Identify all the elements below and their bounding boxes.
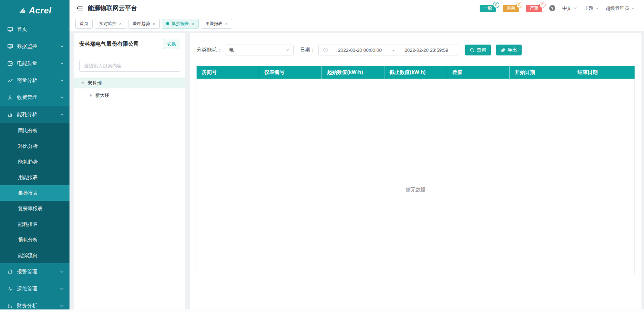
sidebar-item-billing[interactable]: 收费管理 <box>0 89 70 106</box>
column-header-end-value: 截止数值(kW·h) <box>384 66 447 79</box>
demand-trend-icon <box>7 77 13 83</box>
date-range-picker[interactable]: 2022-02-20 00:00:00 ~ 2022-02-20 23:59:5… <box>318 45 459 55</box>
user-menu[interactable]: 超级管理员 <box>606 5 635 12</box>
alarm-badge-general[interactable]: 一般 0 <box>480 5 496 12</box>
device-tree: 安科瑞 新大楼 <box>74 78 185 101</box>
column-header-start-date: 开始日期 <box>510 66 572 79</box>
active-tab-dot-icon <box>166 22 169 25</box>
tab-energy-report[interactable]: 用能报表 × <box>201 19 232 29</box>
top-header: 能源物联网云平台 一般 0 紧急 0 严重 0 ? 中文 主题 超级管理员 <box>70 0 644 16</box>
barchart-icon <box>7 111 13 117</box>
column-header-difference: 差值 <box>447 66 510 79</box>
submenu-item-mom-analysis[interactable]: 环比分析 <box>0 138 70 154</box>
chevron-down-icon <box>60 45 64 47</box>
sidebar-item-label: 运维管理 <box>17 286 60 292</box>
paperclip-icon <box>501 48 505 53</box>
sidebar-item-home[interactable]: 首页 <box>0 21 70 38</box>
sidebar-item-demand-analysis[interactable]: 需量分析 <box>0 72 70 89</box>
energy-type-label: 分类能耗： <box>197 47 222 53</box>
meter-reading-table: 房间号 仪表编号 起始数值(kW·h) 截止数值(kW·h) 差值 开始日期 结… <box>197 66 635 274</box>
submenu-item-energy-trend[interactable]: 能耗趋势 <box>0 154 70 170</box>
theme-selector[interactable]: 主题 <box>584 5 599 12</box>
tree-search-input[interactable] <box>79 60 180 72</box>
column-header-start-value: 起始数值(kW·h) <box>322 66 384 79</box>
export-button[interactable]: 导出 <box>496 45 522 55</box>
alarm-badge-urgent[interactable]: 紧急 0 <box>503 5 519 12</box>
energy-type-value: 电 <box>229 47 234 53</box>
company-row: 安科瑞电气股份有限公司 切换 <box>79 33 180 55</box>
sidebar-item-energy-analysis[interactable]: 能耗分析 <box>0 106 70 123</box>
tab-label: 集抄报表 <box>172 21 189 27</box>
person-icon <box>7 94 13 100</box>
tab-energy-trend[interactable]: 能耗趋势 × <box>129 19 160 29</box>
chevron-down-icon <box>60 62 64 65</box>
energy-type-select[interactable]: 电 <box>225 45 294 55</box>
tab-label: 首页 <box>80 21 88 27</box>
tree-node-new-building[interactable]: 新大楼 <box>74 90 185 101</box>
pulse-icon <box>7 286 13 292</box>
submenu-item-meter-reading-report[interactable]: 集抄报表 <box>0 185 70 201</box>
page-title: 能源物联网云平台 <box>88 4 137 12</box>
tree-node-label: 新大楼 <box>95 92 109 99</box>
tab-realtime-monitor[interactable]: 实时监控 × <box>95 19 126 29</box>
caret-right-icon[interactable] <box>90 94 92 97</box>
alarm-badge-label: 严重 <box>530 5 539 11</box>
sidebar-item-data-monitor[interactable]: 数据监控 <box>0 38 70 55</box>
submenu-item-energy-ranking[interactable]: 能耗排名 <box>0 216 70 232</box>
sidebar-item-ops-management[interactable]: 运维管理 <box>0 280 70 297</box>
query-button[interactable]: 查询 <box>465 45 491 55</box>
alarm-badge-label: 紧急 <box>507 5 515 11</box>
date-range-separator: ~ <box>392 47 395 53</box>
chevron-down-icon <box>574 7 577 9</box>
bell-icon <box>7 269 13 275</box>
date-start-value[interactable]: 2022-02-20 00:00:00 <box>332 47 388 53</box>
sidebar-collapse-icon[interactable] <box>76 5 83 11</box>
horizontal-scrollbar[interactable] <box>0 309 644 312</box>
power-quality-icon <box>7 60 13 66</box>
alarm-count-badge: 0 <box>539 2 546 8</box>
sidebar-item-alarm-management[interactable]: 报警管理 <box>0 263 70 280</box>
sidebar-item-power-quality[interactable]: 电能质量 <box>0 55 70 72</box>
tab-home[interactable]: 首页 <box>75 19 93 29</box>
caret-down-icon[interactable] <box>81 82 84 84</box>
submenu-item-energy-flow[interactable]: 能源流向 <box>0 247 70 263</box>
clock-icon <box>323 47 328 53</box>
language-label: 中文 <box>562 5 572 12</box>
help-icon[interactable]: ? <box>549 5 555 11</box>
alarm-badge-severe[interactable]: 严重 0 <box>526 5 542 12</box>
tab-meter-reading-report[interactable]: 集抄报表 × <box>162 19 199 29</box>
table-body-empty: 暂无数据 <box>197 79 635 274</box>
company-name: 安科瑞电气股份有限公司 <box>79 41 139 47</box>
open-tabs-bar: 首页 实时监控 × 能耗趋势 × 集抄报表 × 用能报表 × <box>70 16 644 31</box>
empty-state-text: 暂无数据 <box>405 187 426 193</box>
sidebar: Acrel 首页 数据监控 电能质量 需量分析 <box>0 0 70 312</box>
date-end-value[interactable]: 2022-02-20 23:59:59 <box>398 47 455 53</box>
username-label: 超级管理员 <box>606 5 629 12</box>
close-icon[interactable]: × <box>119 21 122 26</box>
close-icon[interactable]: × <box>225 21 228 26</box>
switch-company-button[interactable]: 切换 <box>163 39 180 49</box>
sidebar-item-label: 收费管理 <box>17 94 60 101</box>
submenu-item-loss-analysis[interactable]: 损耗分析 <box>0 232 70 247</box>
chevron-down-icon <box>631 7 635 9</box>
close-icon[interactable]: × <box>153 21 156 26</box>
submenu-item-energy-report[interactable]: 用能报表 <box>0 170 70 185</box>
chevron-down-icon <box>60 288 64 290</box>
query-toolbar: 分类能耗： 电 日期： 2022-02-20 00:00:00 ~ 2022-0… <box>197 45 635 55</box>
submenu-item-yoy-analysis[interactable]: 同比分析 <box>0 123 70 138</box>
language-selector[interactable]: 中文 <box>562 5 577 12</box>
acrel-logo: Acrel <box>0 0 70 21</box>
chevron-down-icon <box>60 96 64 99</box>
tree-node-acrel[interactable]: 安科瑞 <box>74 78 185 88</box>
acrel-logo-icon <box>18 7 27 14</box>
column-header-meter-no: 仪表编号 <box>259 66 322 79</box>
chevron-down-icon <box>60 271 64 273</box>
chevron-down-icon <box>60 305 64 307</box>
finance-bars-icon <box>7 303 13 309</box>
alarm-badge-label: 一般 <box>484 5 492 11</box>
report-panel: 分类能耗： 电 日期： 2022-02-20 00:00:00 ~ 2022-0… <box>190 33 641 310</box>
submenu-item-tariff-report[interactable]: 复费率报表 <box>0 201 70 216</box>
alarm-count-badge: 0 <box>493 2 499 8</box>
alarm-count-badge: 0 <box>516 2 522 8</box>
close-icon[interactable]: × <box>191 21 194 26</box>
